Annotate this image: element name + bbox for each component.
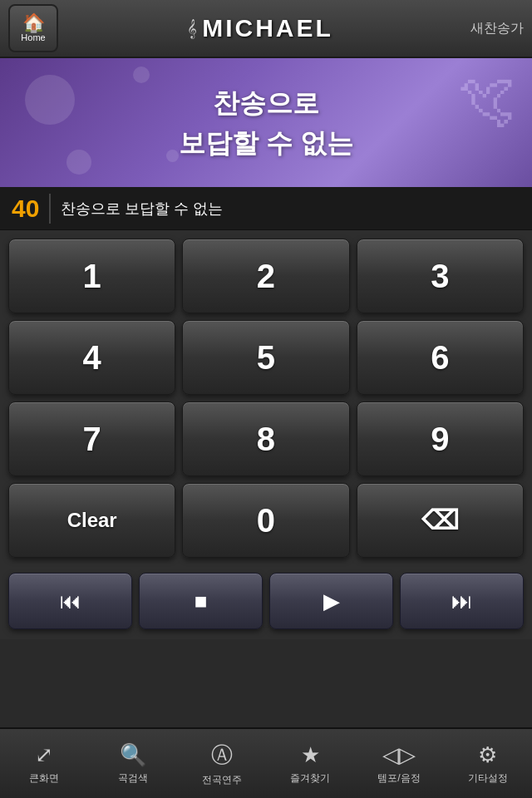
backspace-button[interactable]: ⌫ bbox=[357, 483, 524, 558]
nav-label-기타설정: 기타설정 bbox=[468, 771, 508, 786]
nav-item-큰화면[interactable]: ⤢ 큰화면 bbox=[7, 742, 81, 786]
num-btn-9[interactable]: 9 bbox=[357, 401, 524, 476]
nav-icon-곡검색: 🔍 bbox=[120, 742, 146, 768]
header: 🏠 Home 𝄞 MICHAEL 새찬송가 bbox=[0, 0, 532, 58]
next-track-button[interactable]: ⏭ bbox=[400, 573, 524, 629]
header-subtitle: 새찬송가 bbox=[470, 20, 524, 37]
nav-icon-큰화면: ⤢ bbox=[35, 742, 53, 768]
nav-icon-전곡연주: Ⓐ bbox=[211, 741, 233, 770]
bottom-nav: ⤢ 큰화면 🔍 곡검색 Ⓐ 전곡연주 ★ 즐겨찾기 ◁▷ 템포/음정 ⚙ 기타설… bbox=[0, 727, 532, 798]
app-name: MICHAEL bbox=[202, 14, 333, 42]
nav-label-전곡연주: 전곡연주 bbox=[202, 773, 242, 787]
banner-text: 찬송으로 보답할 수 없는 bbox=[179, 83, 353, 163]
numpad: 123456789Clear0⌫ bbox=[0, 230, 532, 566]
song-title: 찬송으로 보답할 수 없는 bbox=[61, 199, 223, 219]
nav-item-템포/음정[interactable]: ◁▷ 템포/음정 bbox=[362, 742, 436, 786]
banner: 🕊 찬송으로 보답할 수 없는 bbox=[0, 58, 532, 187]
clear-button[interactable]: Clear bbox=[8, 483, 175, 558]
home-button[interactable]: 🏠 Home bbox=[8, 4, 58, 52]
nav-label-템포/음정: 템포/음정 bbox=[377, 771, 420, 786]
header-title: 𝄞 MICHAEL bbox=[58, 14, 462, 42]
home-label: Home bbox=[21, 32, 45, 42]
num-btn-1[interactable]: 1 bbox=[8, 239, 175, 313]
num-btn-7[interactable]: 7 bbox=[8, 401, 175, 476]
num-btn-4[interactable]: 4 bbox=[8, 320, 175, 395]
nav-label-즐겨찾기: 즐겨찾기 bbox=[290, 771, 330, 786]
num-btn-5[interactable]: 5 bbox=[182, 320, 349, 395]
num-btn-0[interactable]: 0 bbox=[182, 483, 349, 558]
song-divider bbox=[49, 194, 51, 224]
nav-item-곡검색[interactable]: 🔍 곡검색 bbox=[96, 742, 170, 786]
prev-track-button[interactable]: ⏮ bbox=[8, 573, 132, 629]
dove-icon: 🕊 bbox=[457, 66, 515, 133]
song-number: 40 bbox=[12, 195, 39, 223]
nav-icon-기타설정: ⚙ bbox=[478, 742, 497, 768]
song-display: 40 찬송으로 보답할 수 없는 bbox=[0, 187, 532, 230]
nav-label-곡검색: 곡검색 bbox=[118, 771, 148, 786]
home-icon: 🏠 bbox=[22, 14, 45, 32]
nav-item-기타설정[interactable]: ⚙ 기타설정 bbox=[451, 742, 525, 786]
banner-line2: 보답할 수 없는 bbox=[179, 123, 353, 163]
num-btn-6[interactable]: 6 bbox=[357, 320, 524, 395]
banner-line1: 찬송으로 bbox=[179, 83, 353, 123]
num-btn-8[interactable]: 8 bbox=[182, 401, 349, 476]
stop-button[interactable]: ■ bbox=[139, 573, 263, 629]
num-btn-2[interactable]: 2 bbox=[182, 239, 349, 313]
playback-controls: ⏮■▶⏭ bbox=[0, 566, 532, 639]
nav-label-큰화면: 큰화면 bbox=[29, 771, 59, 786]
music-note-icon: 𝄞 bbox=[187, 19, 197, 38]
nav-item-즐겨찾기[interactable]: ★ 즐겨찾기 bbox=[273, 742, 347, 786]
play-button[interactable]: ▶ bbox=[269, 573, 393, 629]
nav-icon-템포/음정: ◁▷ bbox=[382, 742, 416, 768]
nav-icon-즐겨찾기: ★ bbox=[301, 742, 320, 768]
nav-item-전곡연주[interactable]: Ⓐ 전곡연주 bbox=[185, 741, 259, 787]
num-btn-3[interactable]: 3 bbox=[357, 239, 524, 313]
